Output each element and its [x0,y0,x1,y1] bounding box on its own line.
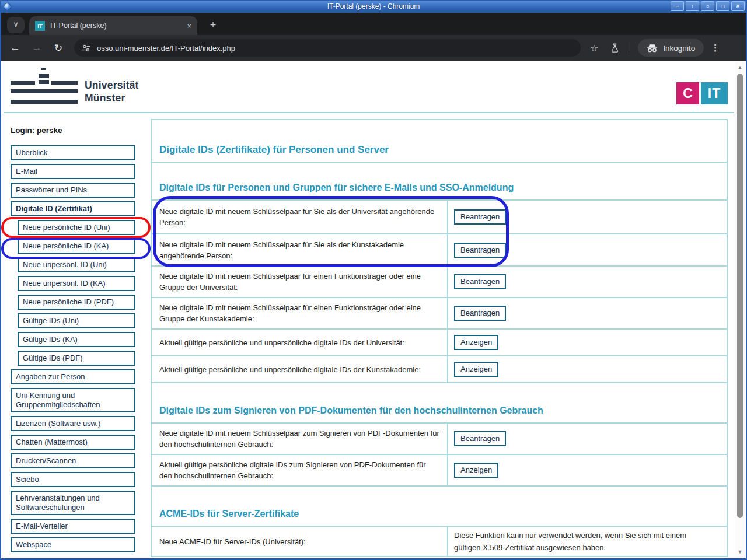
toolbar-divider [629,42,629,54]
site-info-icon[interactable] [81,43,91,53]
window-menu-button[interactable]: ○ [701,1,714,11]
window-minimize-button[interactable]: – [671,1,684,11]
tab-close-icon[interactable]: × [187,22,191,30]
scroll-up-icon[interactable]: ▲ [735,64,745,70]
section-heading-acme: ACME-IDs für Server-Zertifikate [152,485,727,526]
beantragen-button-person-uni[interactable]: Beantragen [454,209,506,225]
table-row: Neue digitale ID mit neuem Schlüsselpaar… [152,422,727,454]
sidebar-item-neue-persoenliche-id-uni[interactable]: Neue persönliche ID (Uni) [18,220,135,235]
back-icon[interactable]: ← [8,42,23,54]
row-description: Neue digitale ID mit neuem Schlüsselpaar… [152,298,447,328]
sidebar-item-neue-unpersoenl-id-ka[interactable]: Neue unpersönl. ID (KA) [18,276,135,291]
incognito-icon [647,44,658,52]
window-title: IT-Portal (perske) - Chromium [0,2,747,10]
sidebar-item-angaben-zur-person[interactable]: Angaben zur Person [11,369,135,384]
table-row: Aktuell gültige persönliche und unpersön… [152,355,727,382]
sidebar-item-digitale-id-zertifikat[interactable]: Digitale ID (Zertifikat) [11,201,135,216]
page-title: Digitale IDs (Zertifikate) für Personen … [152,120,727,162]
row-description: Neue digitale ID mit neuem Schlüsselpaar… [152,201,447,233]
row-description: Neue ACME-ID für Server-IDs (Universität… [152,527,447,556]
logo-text-line2: Münster [85,92,139,104]
beantragen-button-person-ka[interactable]: Beantragen [454,243,506,258]
new-tab-button[interactable]: + [205,18,221,33]
tab-strip: ∨ IT IT-Portal (perske) × + [1,13,746,35]
sidebar-item-neue-unpersoenl-id-uni[interactable]: Neue unpersönl. ID (Uni) [18,257,135,272]
sidebar-item-email[interactable]: E-Mail [11,164,135,179]
tab-search-button[interactable]: ∨ [7,17,25,33]
more-menu-icon[interactable]: ⋮ [711,43,720,53]
bookmark-star-icon[interactable]: ☆ [590,43,598,54]
table-row: Neue digitale ID mit neuem Schlüsselpaar… [152,297,727,328]
tab-favicon-icon: IT [35,21,45,31]
table-row: Aktuell gültige persönliche digitale IDs… [152,454,727,485]
anzeigen-button-ids-ka[interactable]: Anzeigen [454,362,498,377]
browser-toolbar: ← → ↻ osso.uni-muenster.de/IT-Portal/ind… [1,35,746,61]
cit-logo-c: C [676,82,699,104]
section-heading-personen-gruppen: Digitale IDs für Personen und Gruppen fü… [152,162,727,200]
table-row: Neue ACME-ID für Server-IDs (Universität… [152,526,727,556]
incognito-badge: Inkognito [638,39,704,57]
sidebar-item-chatten-mattermost[interactable]: Chatten (Mattermost) [11,435,135,450]
table-row: Neue digitale ID mit neuem Schlüsselpaar… [152,233,727,265]
sidebar-item-passwoerter-und-pins[interactable]: Passwörter und PINs [11,183,135,198]
window-close-button[interactable]: × [731,1,745,11]
row-description: Aktuell gültige persönliche und unpersön… [152,356,447,382]
cit-letters-it: IT [708,86,721,102]
sidebar-nav: Überblick E-Mail Passwörter und PINs Dig… [11,145,137,556]
sidebar-item-drucken-scannen[interactable]: Drucken/Scannen [11,453,135,468]
beantragen-button-gruppe-uni[interactable]: Beantragen [454,274,506,289]
section-heading-pdf-signieren: Digitale IDs zum Signieren von PDF-Dokum… [152,382,727,422]
window-maximize-button[interactable]: □ [716,1,729,11]
table-row: Neue digitale ID mit neuem Schlüsselpaar… [152,265,727,297]
forward-icon[interactable]: → [29,42,44,54]
cit-logo-dot [686,92,690,95]
sidebar-item-lizenzen[interactable]: Lizenzen (Software usw.) [11,416,135,431]
login-label: Login: perske [11,126,62,135]
beantragen-button-pdf[interactable]: Beantragen [454,431,506,446]
header-divider [4,112,734,113]
row-description: Neue digitale ID mit neuem Schlüsselpaar… [152,235,447,265]
anzeigen-button-pdf[interactable]: Anzeigen [454,463,498,478]
row-description: Neue digitale ID mit neuem Schlüsselpaar… [152,424,447,454]
row-description: Neue digitale ID mit neuem Schlüsselpaar… [152,267,447,297]
url-text[interactable]: osso.uni-muenster.de/IT-Portal/index.php [97,44,235,52]
row-description: Aktuell gültige persönliche und unpersön… [152,330,447,355]
url-bar[interactable]: osso.uni-muenster.de/IT-Portal/index.php [74,39,581,57]
tab-title: IT-Portal (perske) [50,22,183,30]
scroll-down-icon[interactable]: ▼ [735,549,745,555]
window-rollup-button[interactable]: ↑ [686,1,699,11]
experiments-flask-icon[interactable] [610,43,620,53]
sidebar-item-neue-persoenliche-id-ka[interactable]: Neue persönliche ID (KA) [18,239,135,254]
sidebar-item-uni-kennung-und-gruppen[interactable]: Uni-Kennung und Gruppenmitgliedschaften [11,388,135,412]
digital-id-table: Digitale IDs (Zertifikate) für Personen … [151,119,728,557]
sidebar-item-gueltige-ids-uni[interactable]: Gültige IDs (Uni) [18,313,135,328]
incognito-label: Inkognito [663,44,695,52]
sidebar-item-gueltige-ids-pdf[interactable]: Gültige IDs (PDF) [18,351,135,366]
acme-requirement-note: Diese Funktion kann nur verwendet werden… [454,529,727,554]
sidebar-item-gueltige-ids-ka[interactable]: Gültige IDs (KA) [18,332,135,347]
page-content: Universität Münster C IT Login: perske Ü… [1,61,746,558]
table-row: Neue digitale ID mit neuem Schlüsselpaar… [152,200,727,233]
beantragen-button-gruppe-ka[interactable]: Beantragen [454,306,506,321]
row-description: Aktuell gültige persönliche digitale IDs… [152,455,447,485]
page-scrollbar[interactable]: ▲ ▼ [735,62,745,557]
cit-logo-it: IT [701,82,728,104]
window-titlebar: IT-Portal (perske) - Chromium – ↑ ○ □ × [0,0,747,13]
scrollbar-thumb[interactable] [737,74,743,518]
sidebar-item-neue-persoenliche-id-pdf[interactable]: Neue persönliche ID (PDF) [18,295,135,310]
sidebar-item-ueberblick[interactable]: Überblick [11,145,135,160]
sidebar-item-email-verteiler[interactable]: E-Mail-Verteiler [11,519,135,534]
reload-icon[interactable]: ↻ [51,42,66,54]
logo-text-line1: Universität [85,79,139,92]
table-row: Aktuell gültige persönliche und unpersön… [152,328,727,355]
sidebar-item-sciebo[interactable]: Sciebo [11,472,135,487]
sidebar-item-webspace[interactable]: Webspace [11,537,135,552]
window-controls: – ↑ ○ □ × [671,1,745,11]
tab-it-portal[interactable]: IT IT-Portal (perske) × [29,16,197,35]
sidebar-item-lehrveranstaltungen[interactable]: Lehrveranstaltungen und Softwareschulung… [11,491,135,515]
anzeigen-button-ids-uni[interactable]: Anzeigen [454,335,498,350]
